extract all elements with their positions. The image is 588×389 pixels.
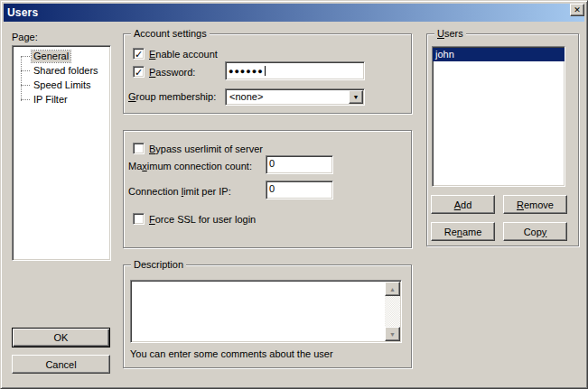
page-tree[interactable]: General Shared folders Speed Limits IP F… (12, 45, 111, 261)
title-bar[interactable]: Users (4, 4, 584, 22)
users-group-title: Users (434, 28, 466, 39)
enable-account-checkbox[interactable]: ✓ (133, 48, 145, 60)
text-caret (265, 66, 266, 76)
dropdown-button[interactable]: ▼ (349, 90, 363, 104)
description-hint: You can enter some comments about the us… (130, 348, 333, 359)
description-scrollbar[interactable]: ▲ ▼ (385, 282, 400, 341)
cancel-button[interactable]: Cancel (12, 355, 110, 374)
ip-limit-value: 0 (269, 183, 275, 194)
description-textarea[interactable]: ▲ ▼ (130, 280, 402, 343)
max-connection-value: 0 (269, 158, 275, 169)
checkmark-icon: ✓ (135, 50, 143, 60)
description-title: Description (131, 259, 186, 270)
password-input[interactable]: ●●●●●● (225, 61, 365, 80)
user-list-item[interactable]: john (433, 48, 565, 61)
users-dialog: Users ✕ Page: General Shared folders Spe… (0, 0, 588, 389)
scroll-down-icon: ▼ (389, 331, 396, 338)
account-settings-title: Account settings (131, 28, 210, 39)
tree-item-speed-limits[interactable]: Speed Limits (13, 78, 110, 92)
max-connection-input[interactable]: 0 (266, 155, 333, 174)
ip-limit-input[interactable]: 0 (266, 181, 333, 199)
users-list[interactable]: john (432, 46, 565, 187)
close-button[interactable]: ✕ (570, 4, 584, 16)
checkmark-icon: ✓ (135, 68, 143, 78)
copy-user-button[interactable]: Copy (503, 222, 567, 241)
password-label[interactable]: Password: (149, 67, 195, 78)
ok-button[interactable]: OK (12, 328, 110, 347)
group-membership-select[interactable]: <none> ▼ (225, 88, 365, 106)
password-value: ●●●●●● (229, 67, 264, 76)
scroll-up-button[interactable]: ▲ (385, 282, 400, 296)
add-user-button[interactable]: Add (431, 195, 495, 214)
group-membership-value: <none> (229, 91, 263, 102)
page-label: Page: (12, 32, 38, 42)
tree-item-general[interactable]: General (13, 49, 110, 63)
scroll-down-button[interactable]: ▼ (385, 327, 400, 341)
force-ssl-checkbox[interactable] (133, 213, 145, 225)
max-connection-label: Maximum connection count: (128, 161, 252, 171)
password-checkbox[interactable]: ✓ (133, 66, 145, 78)
chevron-down-icon: ▼ (353, 94, 359, 100)
scroll-up-icon: ▲ (389, 286, 396, 292)
force-ssl-label[interactable]: Force SSL for user login (149, 214, 256, 225)
bypass-userlimit-label[interactable]: Bypass userlimit of server (149, 144, 263, 154)
rename-user-button[interactable]: Rename (431, 222, 495, 241)
close-icon: ✕ (574, 6, 581, 14)
description-value (131, 279, 136, 292)
group-membership-label: Group membership: (128, 91, 216, 102)
ip-limit-label: Connection limit per IP: (128, 186, 231, 197)
tree-item-shared-folders[interactable]: Shared folders (13, 63, 110, 78)
remove-user-button[interactable]: Remove (503, 195, 567, 214)
window-title: Users (7, 6, 38, 19)
enable-account-label[interactable]: Enable account (149, 49, 218, 60)
bypass-userlimit-checkbox[interactable] (133, 143, 145, 154)
tree-item-ip-filter[interactable]: IP Filter (13, 92, 110, 107)
